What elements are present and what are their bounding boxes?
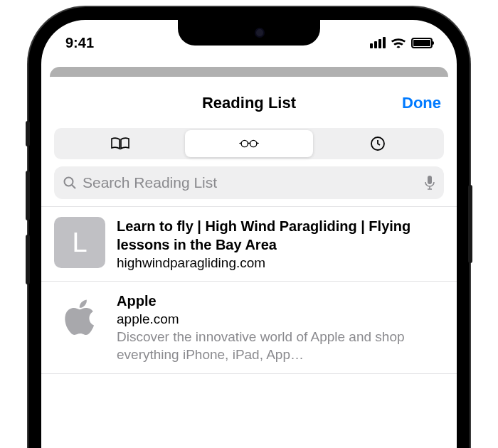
item-domain: highwindparagliding.com	[117, 255, 444, 271]
svg-point-0	[241, 140, 248, 146]
power-button	[468, 185, 472, 263]
item-description: Discover the innovative world of Apple a…	[117, 329, 444, 363]
apple-logo-icon	[63, 297, 97, 337]
volume-up-button	[26, 171, 30, 220]
search-icon	[63, 176, 77, 190]
item-title: Apple	[117, 292, 444, 310]
svg-point-1	[250, 140, 257, 146]
tab-reading-list[interactable]	[185, 130, 314, 157]
site-thumbnail: L	[54, 217, 105, 268]
item-text: Apple apple.com Discover the innovative …	[117, 292, 444, 363]
sheet-header: Reading List Done	[41, 85, 457, 121]
screen: 9:41 Reading List Done	[41, 20, 457, 448]
item-text: Learn to fly | High Wind Paragliding | F…	[117, 217, 444, 271]
front-camera	[255, 28, 265, 38]
search-placeholder: Search Reading List	[83, 174, 418, 191]
cellular-signal-icon	[370, 37, 386, 48]
svg-rect-4	[428, 176, 432, 184]
reading-list: L Learn to fly | High Wind Paragliding |…	[41, 206, 457, 374]
status-icons	[370, 37, 433, 48]
search-input[interactable]: Search Reading List	[54, 166, 444, 199]
iphone-frame: 9:41 Reading List Done	[28, 7, 470, 448]
site-thumbnail	[54, 292, 105, 343]
tab-history[interactable]	[313, 130, 442, 157]
list-item[interactable]: L Learn to fly | High Wind Paragliding |…	[41, 207, 457, 282]
volume-down-button	[26, 235, 30, 284]
wifi-icon	[391, 37, 406, 48]
list-item[interactable]: Apple apple.com Discover the innovative …	[41, 282, 457, 374]
svg-point-3	[65, 178, 73, 186]
bookmarks-sheet: Reading List Done	[41, 77, 457, 448]
battery-icon	[411, 38, 433, 48]
item-domain: apple.com	[117, 311, 444, 327]
item-title: Learn to fly | High Wind Paragliding | F…	[117, 217, 444, 254]
page-title: Reading List	[202, 94, 296, 112]
silence-switch	[26, 121, 30, 146]
book-icon	[110, 135, 130, 152]
tab-segmented-control	[54, 128, 444, 159]
tab-bookmarks[interactable]	[56, 130, 185, 157]
done-button[interactable]: Done	[402, 94, 441, 112]
glasses-icon	[239, 135, 259, 152]
status-time: 9:41	[65, 35, 94, 51]
notch	[178, 20, 320, 46]
microphone-icon[interactable]	[424, 175, 435, 191]
thumbnail-initial: L	[72, 228, 87, 258]
clock-icon	[368, 135, 388, 152]
